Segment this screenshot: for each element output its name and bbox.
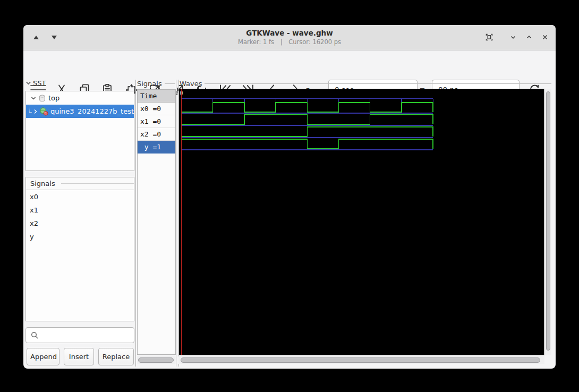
- signals-column-row-0[interactable]: x0 =0: [138, 103, 175, 115]
- search-icon: [30, 331, 39, 339]
- tree-item-label: top: [48, 94, 59, 102]
- signal-filter-list: x0x1x2y: [26, 190, 134, 243]
- signal-value-rows: x0 =0x1 =0x2 =0 y =1: [138, 103, 175, 154]
- sst-tree-item-0[interactable]: top: [26, 91, 134, 105]
- close-icon: [541, 33, 549, 41]
- desktop-background: GTKWave - wave.ghw Marker: 1 fs | Cursor…: [0, 0, 579, 392]
- signals-column-hscrollbar[interactable]: [137, 356, 176, 364]
- wave-trace-x2: [182, 127, 433, 137]
- insert-button[interactable]: Insert: [64, 348, 94, 365]
- signal-list-item-x1[interactable]: x1: [26, 203, 134, 217]
- wave-trace-y: [182, 139, 433, 149]
- waves-vscroll-thumb[interactable]: [546, 91, 550, 351]
- search-input[interactable]: [41, 331, 134, 340]
- window-status: Marker: 1 fs | Cursor: 16200 ps: [23, 38, 556, 46]
- waves-vscrollbar[interactable]: [545, 89, 551, 355]
- maximize-icon: [525, 33, 533, 41]
- append-button[interactable]: Append: [27, 348, 59, 365]
- close-button[interactable]: [538, 30, 552, 45]
- fullscreen-button[interactable]: [482, 30, 497, 45]
- tree-item-label: quine3_20241227b_test: [50, 107, 134, 115]
- titlebar[interactable]: GTKWave - wave.ghw Marker: 1 fs | Cursor…: [23, 25, 556, 50]
- signal-list-item-y[interactable]: y: [26, 230, 134, 243]
- signal-filter-frame: Signals x0x1x2y: [25, 177, 134, 321]
- database-icon: [38, 94, 46, 103]
- wave-trace-x0: [182, 103, 433, 112]
- pane-splitter-left[interactable]: [135, 80, 136, 367]
- minimize-icon: [509, 33, 517, 41]
- signals-column-row-1[interactable]: x1 =0: [138, 115, 175, 128]
- signals-column-row-3[interactable]: y =1: [138, 141, 175, 154]
- wave-trace-x1: [182, 115, 433, 124]
- wave-canvas[interactable]: 0: [179, 89, 544, 355]
- expander-right-icon[interactable]: [33, 109, 38, 114]
- status-separator: |: [280, 38, 283, 46]
- sst-tree: topquine3_20241227b_test: [25, 91, 134, 171]
- time-header[interactable]: Time: [138, 90, 175, 103]
- sst-tree-item-1[interactable]: quine3_20241227b_test: [26, 105, 134, 118]
- tree-guide: [29, 106, 32, 113]
- waves-hscroll-thumb[interactable]: [181, 357, 540, 363]
- wave-canvas-frame: 0: [178, 89, 544, 355]
- cursor-status: Cursor: 16200 ps: [288, 38, 341, 46]
- gtkwave-window: GTKWave - wave.ghw Marker: 1 fs | Cursor…: [23, 25, 556, 369]
- window-title: GTKWave - wave.ghw: [23, 29, 556, 37]
- fullscreen-icon: [484, 32, 494, 42]
- signals-column-row-2[interactable]: x2 =0: [138, 128, 175, 141]
- toolbar: From: To:: [23, 50, 556, 79]
- signals-column-hscroll-thumb[interactable]: [138, 357, 174, 363]
- signal-list-item-x0[interactable]: x0: [26, 190, 134, 203]
- sst-section-header: SST: [25, 79, 46, 87]
- sst-label: SST: [33, 79, 46, 87]
- waves-hscrollbar[interactable]: [178, 356, 544, 364]
- signals-column-label: Signals: [137, 79, 175, 88]
- replace-button[interactable]: Replace: [98, 348, 134, 365]
- marker-status: Marker: 1 fs: [238, 38, 274, 46]
- expander-down-icon[interactable]: [30, 96, 37, 101]
- module-icon: [39, 107, 48, 116]
- minimize-button[interactable]: [506, 30, 521, 45]
- expander-down-icon[interactable]: [25, 80, 31, 86]
- signal-filter-frame-label: Signals: [26, 177, 134, 190]
- maximize-button[interactable]: [522, 30, 537, 45]
- signal-search: [25, 327, 134, 343]
- signal-list-item-x2[interactable]: x2: [26, 217, 134, 230]
- signals-column: Time x0 =0x1 =0x2 =0 y =1: [137, 89, 176, 355]
- waves-label: Waves: [180, 79, 551, 88]
